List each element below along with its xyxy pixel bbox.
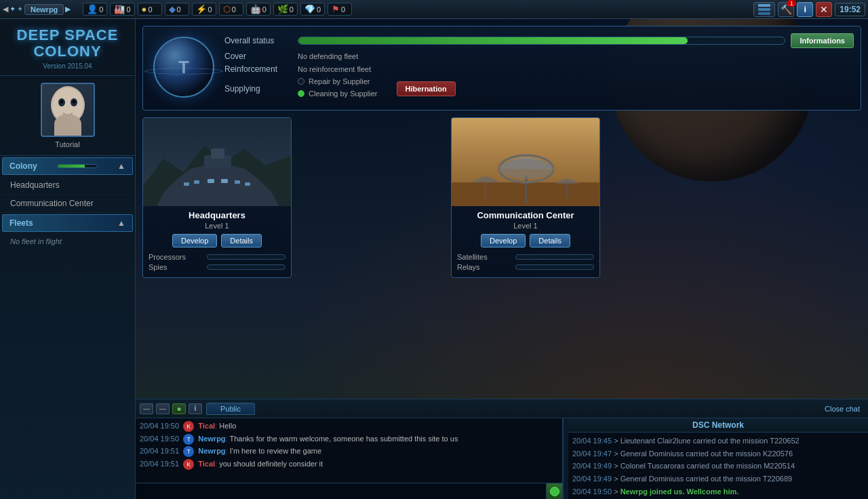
nav-item-headquarters[interactable]: Headquarters <box>0 176 135 195</box>
svg-rect-16 <box>184 182 189 186</box>
user-t-icon-1: T <box>183 434 194 445</box>
cleaning-radio[interactable] <box>298 90 304 97</box>
chat-messages: 20/04 19:50 K Tical: Hello 20/04 19:50 T… <box>136 418 562 483</box>
repair-radio[interactable] <box>298 78 304 85</box>
dark-icon: 💎 <box>304 4 315 14</box>
hibernation-button[interactable]: Hibernation <box>397 81 456 96</box>
colony-nav: Colony ▲ Headquarters Communication Cent… <box>0 156 135 213</box>
population-value: 0 <box>99 5 103 14</box>
public-tab[interactable]: Public <box>206 403 255 415</box>
svg-point-8 <box>73 100 75 103</box>
chat-ctrl-2[interactable]: — <box>156 403 170 414</box>
comm-level: Level 1 <box>457 222 594 230</box>
comm-stat-relays: Relays <box>457 263 594 271</box>
close-chat-btn[interactable]: Close chat <box>821 403 864 414</box>
player-name[interactable]: Newrpg <box>24 4 64 15</box>
cover-label: Cover <box>224 52 292 61</box>
hq-develop-btn[interactable]: Develop <box>172 234 217 247</box>
status-panel: T Overall status Informations Cover No d… <box>142 26 861 111</box>
svg-rect-20 <box>235 180 240 184</box>
comm-stat-satellites: Satellites <box>457 253 594 261</box>
comm-develop-btn[interactable]: Develop <box>481 234 526 247</box>
net-msg-4: 20/04 19:50 > Newrpg joined us. Wellcome… <box>572 485 864 498</box>
chat-ctrl-minus[interactable]: ● <box>172 403 186 414</box>
hq-stat-spies: Spies <box>149 263 285 271</box>
game-version: Version 2015.04 <box>7 62 128 70</box>
cover-value: No defending fleet <box>298 52 358 60</box>
fleets-label: Fleets <box>9 218 33 228</box>
resource-robots[interactable]: 🤖 0 <box>246 3 271 16</box>
buildings-row: Headquarters Level 1 Develop Details Pro… <box>142 117 861 278</box>
food-icon: 🌿 <box>277 4 288 14</box>
informations-button[interactable]: Informations <box>791 33 854 48</box>
resource-food[interactable]: 🌿 0 <box>273 3 298 16</box>
resource-factory[interactable]: 🏭 0 <box>110 3 134 16</box>
gold-icon: ● <box>142 4 147 14</box>
status-info: Overall status Informations Cover No def… <box>224 33 854 103</box>
nav-prev[interactable]: ◀ <box>3 5 8 14</box>
user-k-icon-3: K <box>183 459 194 470</box>
chat-msg-1: 20/04 19:50 T Newrpg: Thanks for the war… <box>140 433 558 445</box>
chat-send-button[interactable] <box>546 483 562 499</box>
resource-crystal[interactable]: ◆ 0 <box>165 3 189 16</box>
chat-scrollbar[interactable] <box>563 418 568 499</box>
nav-item-comm-center[interactable]: Communication Center <box>0 195 135 213</box>
colony-progress <box>57 164 98 168</box>
comm-details-btn[interactable]: Details <box>530 234 570 247</box>
nav-star2: ✦ <box>17 5 23 14</box>
energy-value: 0 <box>208 5 212 14</box>
topbar-nav: ◀ ✦ ✦ Newrpg ▶ <box>3 4 71 15</box>
relays-label: Relays <box>457 263 511 271</box>
queue-badge: 1 <box>787 0 796 7</box>
resource-gold[interactable]: ● 0 <box>138 3 162 16</box>
avatar[interactable] <box>41 83 95 137</box>
avatar-section: Tutorial <box>0 76 135 156</box>
no-fleet-label: No fleet in flight <box>0 233 135 250</box>
points-value: 0 <box>341 5 345 14</box>
svg-rect-15 <box>211 148 224 159</box>
hq-details-btn[interactable]: Details <box>221 234 262 247</box>
chat-input[interactable] <box>136 483 546 499</box>
cleaning-label: Cleaning by Supplier <box>309 89 378 98</box>
colony-globe[interactable]: T <box>153 37 214 98</box>
info-btn[interactable]: i <box>797 2 813 17</box>
colony-arrow: ▲ <box>117 161 125 171</box>
build-queue-btn[interactable]: 🔨 1 <box>778 2 794 17</box>
dark-value: 0 <box>317 5 321 14</box>
comm-image <box>452 118 599 206</box>
relays-bar <box>515 264 594 270</box>
resource-dark[interactable]: 💎 0 <box>300 3 325 16</box>
reinforcement-value: No reinforcement fleet <box>298 65 371 73</box>
close-btn[interactable]: ✕ <box>816 2 832 17</box>
food-value: 0 <box>290 5 294 14</box>
topbar: ◀ ✦ ✦ Newrpg ▶ 👤 0 🏭 0 ● 0 ◆ 0 ⚡ 0 ⬡ 0 🤖… <box>0 0 868 19</box>
fleets-nav: Fleets ▲ No fleet in flight <box>0 213 135 250</box>
chat-ctrl-info[interactable]: i <box>189 403 202 414</box>
resource-population[interactable]: 👤 0 <box>83 3 107 16</box>
chat-msg-2: 20/04 19:51 T Newrpg: I'm here to review… <box>140 445 558 458</box>
info-icon: i <box>804 4 806 14</box>
colony-nav-header[interactable]: Colony ▲ <box>2 157 133 175</box>
crystal-icon: ◆ <box>169 4 176 14</box>
chat-green-icon: ● <box>176 404 181 414</box>
factory-icon: 🏭 <box>114 4 125 14</box>
resource-energy[interactable]: ⚡ 0 <box>192 3 216 16</box>
game-logo: DEEP SPACE COLONY Version 2015.04 <box>0 19 135 76</box>
repair-option: Repair by Supplier <box>298 77 378 85</box>
network-header: DSC Network <box>568 418 868 433</box>
hq-stat-processors: Processors <box>149 253 285 261</box>
sidebar: DEEP SPACE COLONY Version 2015.04 Tut <box>0 19 136 499</box>
colony-overview-btn[interactable] <box>753 2 775 17</box>
svg-rect-0 <box>758 4 770 7</box>
public-chat-panel: 20/04 19:50 K Tical: Hello 20/04 19:50 T… <box>136 418 563 499</box>
resource-points[interactable]: ⚑ 0 <box>328 3 352 16</box>
gold-value: 0 <box>148 5 152 14</box>
nav-arrow: ▶ <box>65 5 71 14</box>
time-display: 19:52 <box>835 3 865 16</box>
fleets-nav-header[interactable]: Fleets ▲ <box>2 214 133 232</box>
points-icon: ⚑ <box>332 4 340 14</box>
population-icon: 👤 <box>87 4 98 14</box>
hq-title: Headquarters <box>149 210 285 220</box>
resource-metal[interactable]: ⬡ 0 <box>219 3 243 16</box>
chat-ctrl-1[interactable]: — <box>140 403 153 414</box>
